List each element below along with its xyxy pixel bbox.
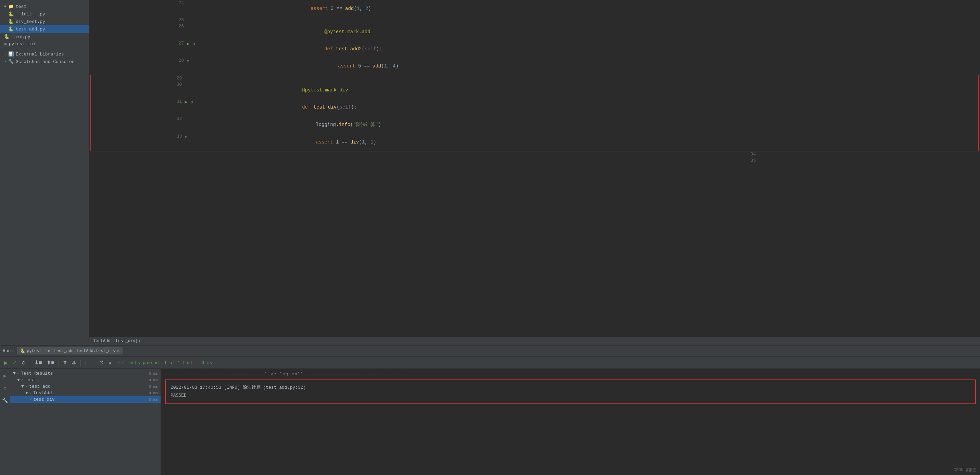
code-line-26: 26 @pytest.mark.add: [89, 23, 980, 40]
expand-arrow: ▼: [13, 371, 16, 376]
left-icon-strip: ▶ ⚙ 🔧: [0, 369, 10, 475]
tree-item-test-add[interactable]: ▼ ✓ test_add 0 ms: [10, 383, 161, 390]
run-tabbar: Run: 🐍 pytest for test_add.TestAdd.test_…: [0, 346, 980, 357]
tree-item-time: 0 ms: [149, 398, 158, 402]
test-status-text: ✓ Tests passed: 1 of 1 test – 0 ms: [121, 360, 212, 365]
tree-item-label: TestAdd: [33, 391, 52, 395]
check-icon: ✓: [117, 360, 120, 365]
sidebar-item-div-test-py[interactable]: 🐍 div_test.py: [0, 18, 89, 26]
collapse-button[interactable]: ⇊: [70, 359, 77, 366]
code-lines-after: 34 35: [89, 151, 980, 164]
test-results-tree: ▼ ✓ Test Results 0 ms ▼ ✓ test 0 ms ▼ ✓ …: [10, 369, 161, 475]
code-line-25: 25: [89, 17, 980, 23]
wrench-icon-side[interactable]: 🔧: [1, 396, 9, 405]
nav-up-button[interactable]: ↑: [83, 359, 88, 366]
breadcrumb: TestAdd › test_div(): [89, 337, 980, 345]
toolbar-separator-3: [80, 360, 81, 366]
expand-arrow: ▼: [25, 391, 28, 395]
toolbar-separator-2: [59, 360, 59, 366]
run-tab-label: pytest for test_add.TestAdd.test_div: [27, 349, 115, 354]
code-line-24: 24 assert 3 == add(1, 2): [89, 0, 980, 17]
watermark: CSDN @张三: [954, 467, 977, 473]
log-info-text: 2022-01-03 17:40:53 [INFO] 除法计算 (test_ad…: [170, 385, 306, 390]
log-output-box: 2022-01-03 17:40:53 [INFO] 除法计算 (test_ad…: [165, 379, 976, 404]
more-button[interactable]: »: [107, 359, 113, 366]
sort-button-2[interactable]: ⬆≡: [45, 359, 56, 367]
sidebar-item-label: pytest.ini: [9, 41, 36, 46]
pass-check-icon: ✓: [29, 391, 32, 395]
scratch-icon: 🔧: [8, 59, 14, 64]
tree-item-label: test_add: [29, 384, 50, 389]
pass-check-icon: ✓: [25, 384, 28, 389]
close-tab-button[interactable]: ✕: [117, 349, 119, 353]
code-line-28: 28 ◇ assert 5 == add(1, 4): [89, 57, 980, 75]
file-tree: ▼ 📁 test 🐍 __init__.py 🐍 div_test.py 🐍 t…: [0, 0, 89, 345]
sidebar-item-test-folder[interactable]: ▼ 📁 test: [0, 3, 89, 10]
expand-button[interactable]: ⇈: [62, 359, 68, 366]
run-gutter-27[interactable]: ▶ ◇: [184, 40, 270, 57]
sidebar-item-label: div_test.py: [16, 19, 45, 24]
py-file-icon: 🐍: [8, 11, 14, 17]
sidebar-item-main-py[interactable]: 🐍 main.py: [0, 33, 89, 40]
folder-arrow: ▼: [4, 5, 6, 8]
py-file-icon: 🐍: [8, 19, 14, 24]
sidebar-item-scratches[interactable]: › 🔧 Scratches and Consoles: [0, 58, 89, 65]
run-icon-side[interactable]: ▶: [1, 371, 9, 380]
sidebar-item-ext-libs[interactable]: › 📊 External Libraries: [0, 50, 89, 58]
tree-item-label: test: [25, 378, 36, 383]
sidebar-item-label: __init__.py: [16, 12, 45, 17]
bottom-content: ▶ ⚙ 🔧 ▼ ✓ Test Results 0 ms ▼ ✓ test 0 m…: [0, 369, 980, 475]
breadcrumb-class: TestAdd: [93, 339, 110, 343]
pass-check-icon: ✓: [29, 397, 32, 402]
code-line-31: 31 ▶ ◇ def test_div(self):: [91, 99, 978, 116]
log-output-panel: -------------------------------- live lo…: [161, 369, 980, 475]
toolbar-separator-1: [30, 360, 30, 366]
code-scroll-area[interactable]: 24 assert 3 == add(1, 2) 25: [89, 0, 980, 337]
code-line-27: 27 ▶ ◇ def test_add2(self):: [89, 40, 980, 57]
code-line-34: 34: [89, 151, 980, 158]
tree-item-test-div[interactable]: ✓ test_div 0 ms: [10, 396, 161, 403]
folder-arrow: ›: [4, 53, 6, 56]
expand-arrow: ▼: [21, 384, 24, 389]
line-gutter-24: [184, 0, 270, 17]
run-toolbar: ▶ ✓ ⊘ ⬇≡ ⬆≡ ⇈ ⇊ ↑ ↓ ⏱ » ✓ ✓ Tests passed…: [0, 357, 980, 369]
run-gutter-31[interactable]: ▶ ◇: [182, 99, 242, 116]
code-line-35: 35: [89, 158, 980, 164]
expand-arrow: ▼: [17, 378, 20, 383]
sidebar-item-init-py[interactable]: 🐍 __init__.py: [0, 10, 89, 18]
sidebar-item-label: External Libraries: [16, 52, 64, 57]
log-passed-text: PASSED: [170, 393, 187, 398]
code-line-29: 29: [91, 75, 978, 81]
clock-button[interactable]: ⏱: [98, 359, 105, 366]
tree-item-testadd-class[interactable]: ▼ ✓ TestAdd 0 ms: [10, 390, 161, 396]
play-button[interactable]: ▶: [3, 359, 9, 366]
tree-item-label: test_div: [33, 397, 54, 402]
run-panel: Run: 🐍 pytest for test_add.TestAdd.test_…: [0, 345, 980, 475]
tree-item-test[interactable]: ▼ ✓ test 0 ms: [10, 377, 161, 383]
line-number: 24: [89, 0, 184, 17]
code-line-33: 33 ◇ assert 1 == div(1, 1): [91, 134, 978, 151]
sidebar-item-pytest-ini[interactable]: ≡ pytest.ini: [0, 40, 89, 48]
log-separator: -------------------------------- live lo…: [165, 371, 976, 377]
sort-button-1[interactable]: ⬇≡: [33, 359, 43, 367]
run-label: Run:: [3, 348, 13, 354]
test-status: ✓ ✓ Tests passed: 1 of 1 test – 0 ms: [117, 360, 212, 365]
sidebar-item-label: Scratches and Consoles: [16, 59, 75, 64]
sidebar-item-test-add-py[interactable]: 🐍 test_add.py: [0, 26, 89, 33]
stop-button[interactable]: ⊘: [20, 359, 27, 366]
run-tab-pytest[interactable]: 🐍 pytest for test_add.TestAdd.test_div ✕: [17, 347, 123, 354]
lib-icon: 📊: [8, 51, 14, 57]
tree-item-time: 0 ms: [149, 371, 158, 376]
code-lines: 24 assert 3 == add(1, 2) 25: [89, 0, 980, 75]
breadcrumb-separator: ›: [111, 339, 114, 343]
ini-file-icon: ≡: [4, 41, 7, 46]
settings-icon-side[interactable]: ⚙: [1, 384, 9, 392]
sidebar-item-label: test_add.py: [16, 27, 45, 32]
tree-item-time: 0 ms: [149, 391, 158, 395]
code-line-32: 32 logging.info("除法计算"): [91, 116, 978, 134]
log-line-info: 2022-01-03 17:40:53 [INFO] 除法计算 (test_ad…: [170, 384, 970, 391]
check-button[interactable]: ✓: [11, 359, 18, 366]
nav-down-button[interactable]: ↓: [91, 359, 95, 366]
tree-item-test-results[interactable]: ▼ ✓ Test Results 0 ms: [10, 370, 161, 377]
folder-arrow: ›: [4, 60, 6, 64]
